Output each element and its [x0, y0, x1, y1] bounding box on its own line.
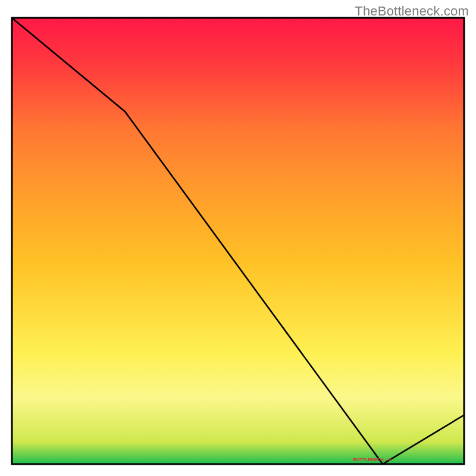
chart-svg — [0, 0, 476, 476]
gradient-background — [12, 18, 464, 464]
trough-annotation: BOTTLENECK = 0 — [353, 457, 391, 462]
plot-area — [12, 18, 464, 464]
chart-container: TheBottleneck.com BOTTLENECK = 0 — [0, 0, 476, 476]
